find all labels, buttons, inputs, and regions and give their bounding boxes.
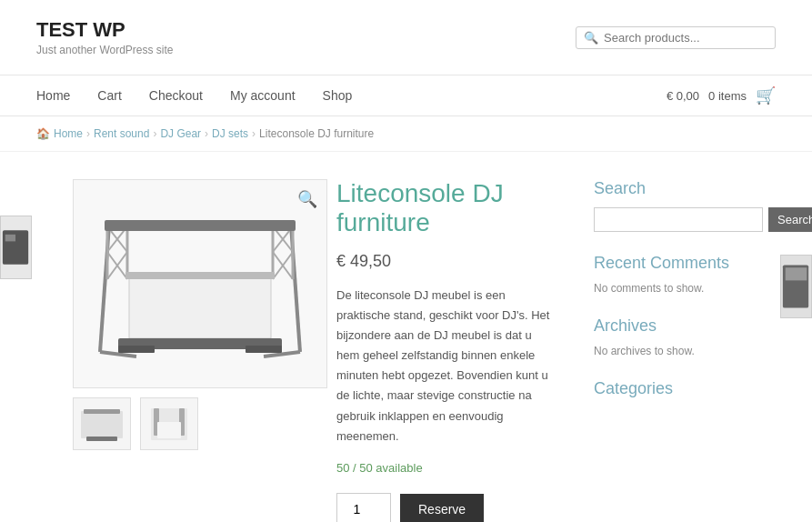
svg-rect-1 [5, 235, 15, 242]
search-icon: 🔍 [584, 31, 598, 45]
site-title: TEST WP [36, 18, 174, 42]
product-thumbnails [73, 397, 309, 450]
breadcrumb-sep-1: › [86, 127, 90, 140]
svg-rect-23 [118, 346, 155, 353]
product-area: 🔍 [36, 179, 557, 522]
breadcrumb-home[interactable]: Home [54, 127, 83, 140]
nav-checkout[interactable]: Checkout [149, 88, 203, 103]
sidebar-search-input[interactable] [594, 207, 763, 232]
product-info-column: Liteconsole DJ furniture € 49,50 De lite… [336, 179, 557, 522]
breadcrumb-dj-gear[interactable]: DJ Gear [160, 127, 201, 140]
sidebar-search-button[interactable]: Search [768, 207, 812, 232]
right-edge-thumb [780, 255, 812, 318]
sidebar-search-form: Search [594, 207, 776, 232]
sidebar-categories-title: Categories [594, 379, 776, 398]
sidebar: Search Search Recent Comments No comment… [594, 179, 776, 522]
sidebar-no-archives: No archives to show. [594, 345, 776, 357]
svg-rect-21 [125, 272, 275, 279]
sidebar-search-title: Search [594, 179, 776, 198]
product-availability: 50 / 50 available [336, 461, 557, 475]
product-description: De liteconsole DJ meubel is een praktisc… [336, 286, 557, 447]
breadcrumb-sep-4: › [252, 127, 256, 140]
reserve-button[interactable]: Reserve [400, 494, 484, 522]
breadcrumb-dj-sets[interactable]: DJ sets [212, 127, 248, 140]
breadcrumb: 🏠 Home › Rent sound › DJ Gear › DJ sets … [0, 116, 812, 152]
product-main-image: 🔍 [73, 179, 327, 388]
cart-items: 0 items [708, 89, 747, 103]
zoom-icon[interactable]: 🔍 [297, 189, 317, 209]
site-tagline: Just another WordPress site [36, 44, 174, 56]
breadcrumb-rent-sound[interactable]: Rent sound [94, 127, 149, 140]
svg-rect-26 [84, 409, 120, 414]
quantity-input[interactable]: 1 [336, 493, 391, 522]
svg-rect-31 [157, 422, 181, 438]
left-edge-thumb [0, 216, 32, 279]
product-price: € 49,50 [336, 252, 557, 271]
svg-rect-33 [786, 267, 807, 280]
sidebar-categories: Categories [594, 379, 776, 398]
sidebar-archives: Archives No archives to show. [594, 316, 776, 357]
product-thumb-2[interactable] [140, 397, 198, 450]
breadcrumb-sep-3: › [205, 127, 208, 140]
sidebar-recent-comments: Recent Comments No comments to show. [594, 254, 776, 295]
site-navigation: Home Cart Checkout My account Shop € 0,0… [0, 75, 812, 116]
svg-rect-25 [81, 411, 123, 438]
product-image-column: 🔍 [36, 179, 309, 522]
nav-my-account[interactable]: My account [230, 88, 296, 103]
home-icon: 🏠 [36, 127, 50, 140]
sidebar-archives-title: Archives [594, 316, 776, 336]
svg-rect-27 [86, 437, 117, 441]
breadcrumb-current: Liteconsole DJ furniture [259, 127, 374, 140]
svg-rect-24 [246, 346, 282, 353]
nav-shop[interactable]: Shop [323, 88, 353, 103]
header-search-form: 🔍 [576, 26, 776, 49]
product-actions: 1 Reserve [336, 493, 557, 522]
svg-rect-19 [105, 220, 296, 231]
sidebar-no-comments: No comments to show. [594, 282, 776, 295]
product-title: Liteconsole DJ furniture [336, 179, 557, 237]
cart-price: € 0,00 [667, 89, 699, 103]
cart-icon[interactable]: 🛒 [756, 85, 776, 105]
nav-home[interactable]: Home [36, 88, 70, 103]
nav-cart[interactable]: Cart [97, 88, 121, 103]
sidebar-search-section: Search Search [594, 179, 776, 232]
sidebar-recent-comments-title: Recent Comments [594, 254, 776, 273]
breadcrumb-sep-2: › [153, 127, 156, 140]
product-thumb-1[interactable] [73, 397, 131, 450]
cart-info: € 0,00 0 items 🛒 [667, 85, 776, 105]
header-search-input[interactable] [604, 31, 767, 45]
svg-rect-20 [129, 275, 271, 338]
